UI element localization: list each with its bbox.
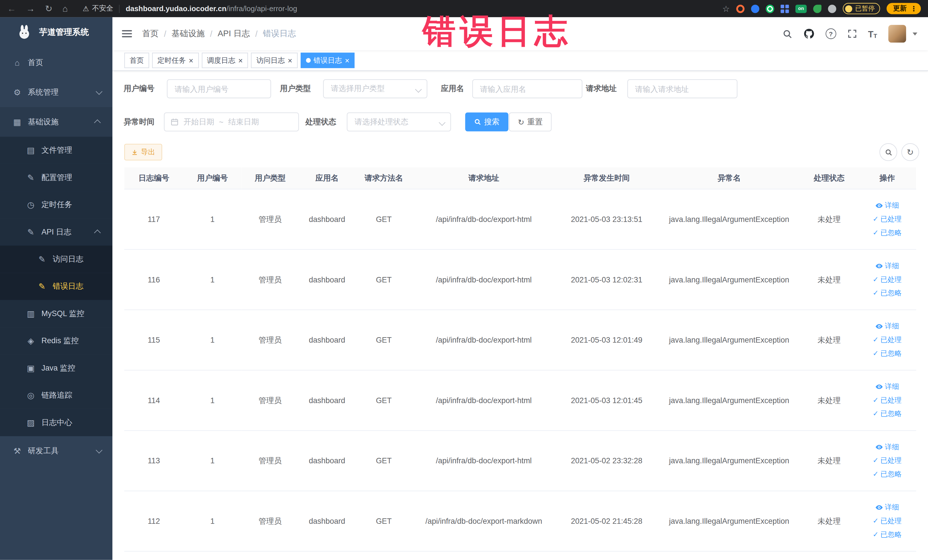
mark-ignored-link[interactable]: ✓已忽略 <box>862 407 913 421</box>
mark-processed-link[interactable]: ✓已处理 <box>862 273 913 287</box>
search-button[interactable]: 搜索 <box>465 112 508 131</box>
request-url-input[interactable] <box>627 79 737 98</box>
refresh-icon: ↻ <box>518 117 524 127</box>
extension-icon-grid[interactable] <box>780 5 789 13</box>
sidebar-item-link-tracing[interactable]: ◎ 链路追踪 <box>0 382 112 409</box>
detail-link[interactable]: 详细 <box>862 380 913 394</box>
sidebar-item-error-logs[interactable]: ✎ 错误日志 <box>0 273 112 300</box>
extension-icon-blue[interactable] <box>751 5 759 13</box>
detail-link[interactable]: 详细 <box>862 259 913 273</box>
mark-processed-link[interactable]: ✓已处理 <box>862 454 913 468</box>
mark-ignored-link[interactable]: ✓已忽略 <box>862 347 913 360</box>
browser-back-icon[interactable]: ← <box>7 0 16 17</box>
sidebar-item-home[interactable]: ⌂ 首页 <box>0 48 112 78</box>
download-icon <box>131 149 138 156</box>
browser-reload-icon[interactable]: ↻ <box>45 0 52 17</box>
sidebar-item-file-management[interactable]: ▤ 文件管理 <box>0 137 112 164</box>
check-icon: ✓ <box>873 514 879 528</box>
user-id-input[interactable] <box>167 79 271 98</box>
browser-home-icon[interactable]: ⌂ <box>63 0 68 17</box>
detail-link[interactable]: 详细 <box>862 199 913 212</box>
sidebar-item-api-logs[interactable]: ✎ API 日志 <box>0 218 112 246</box>
extension-icon-paw[interactable] <box>828 5 836 13</box>
tab-scheduled-tasks[interactable]: 定时任务 × <box>152 53 198 68</box>
check-icon: ✓ <box>873 528 879 542</box>
tab-access-logs[interactable]: 访问日志 × <box>251 53 298 68</box>
toggle-search-button[interactable] <box>879 143 897 161</box>
sidebar-item-log-center[interactable]: ▨ 日志中心 <box>0 409 112 436</box>
refresh-table-button[interactable]: ↻ <box>902 143 919 161</box>
memory-saver-paused-badge[interactable]: 已暂停 <box>843 3 880 14</box>
eye-icon <box>875 202 883 209</box>
bookmark-star-icon[interactable]: ☆ <box>722 4 730 13</box>
browser-forward-icon[interactable]: → <box>26 0 35 17</box>
sidebar-item-system-management[interactable]: ⚙ 系统管理 <box>0 78 112 107</box>
search-icon[interactable] <box>782 29 792 39</box>
breadcrumb-home[interactable]: 首页 <box>142 29 159 39</box>
mark-ignored-link[interactable]: ✓已忽略 <box>862 468 913 481</box>
export-button[interactable]: 导出 <box>124 144 162 160</box>
check-icon: ✓ <box>873 394 879 407</box>
hamburger-menu-icon[interactable] <box>122 30 132 37</box>
sidebar-item-dev-tools[interactable]: ⚒ 研发工具 <box>0 436 112 466</box>
mark-processed-link[interactable]: ✓已处理 <box>862 212 913 226</box>
mark-processed-link[interactable]: ✓已处理 <box>862 333 913 347</box>
emoji-face-icon <box>845 5 852 12</box>
sidebar-item-infrastructure[interactable]: ▦ 基础设施 <box>0 107 112 137</box>
kebab-menu-icon: ⋮ <box>910 5 917 13</box>
mysql-icon: ▥ <box>25 309 36 318</box>
tab-job-logs[interactable]: 调度日志 × <box>202 53 248 68</box>
mark-ignored-link[interactable]: ✓已忽略 <box>862 226 913 240</box>
browser-update-button[interactable]: 更新 ⋮ <box>887 3 921 14</box>
site-security-chip[interactable]: ⚠ 不安全 <box>83 3 126 14</box>
sidebar-item-scheduled-tasks[interactable]: ◷ 定时任务 <box>0 191 112 218</box>
font-size-icon[interactable]: TT <box>868 29 877 39</box>
avatar-caret-icon[interactable] <box>913 32 917 35</box>
tab-error-logs[interactable]: 错误日志 × <box>301 53 355 68</box>
mark-ignored-link[interactable]: ✓已忽略 <box>862 287 913 300</box>
eye-icon <box>875 262 883 270</box>
app-logo-row[interactable]: 芋道管理系统 <box>0 17 112 48</box>
extension-icon-green[interactable] <box>766 5 774 13</box>
help-icon[interactable]: ? <box>825 29 836 39</box>
sidebar-item-access-logs[interactable]: ✎ 访问日志 <box>0 246 112 273</box>
sidebar-item-java-monitor[interactable]: ▣ Java 监控 <box>0 355 112 382</box>
detail-link[interactable]: 详细 <box>862 441 913 454</box>
mark-processed-link[interactable]: ✓已处理 <box>862 514 913 528</box>
mark-ignored-link[interactable]: ✓已忽略 <box>862 528 913 542</box>
mark-processed-link[interactable]: ✓已处理 <box>862 394 913 407</box>
warning-icon: ⚠ <box>83 5 89 13</box>
avatar[interactable] <box>888 25 906 43</box>
table-row: 117 1 管理员 dashboard GET /api/infra/db-do… <box>124 189 916 250</box>
close-icon[interactable]: × <box>238 56 243 64</box>
app-name-input[interactable] <box>472 79 583 98</box>
extension-icon-on-badge[interactable]: on <box>795 5 806 13</box>
chevron-down-icon <box>96 447 102 453</box>
extension-icon-leaf[interactable] <box>814 5 821 13</box>
detail-link[interactable]: 详细 <box>862 319 913 333</box>
check-icon: ✓ <box>873 287 879 300</box>
github-icon[interactable] <box>804 29 814 39</box>
address-bar[interactable]: dashboard.yudao.iocoder.cn/infra/log/api… <box>126 5 297 13</box>
close-icon[interactable]: × <box>288 56 292 64</box>
close-icon[interactable]: × <box>345 56 350 64</box>
user-type-label: 用户类型 <box>280 79 311 98</box>
sidebar-item-config-management[interactable]: ✎ 配置管理 <box>0 164 112 191</box>
extension-icon-orange-ring[interactable] <box>736 5 745 13</box>
url-path: /infra/log/api-error-log <box>226 5 297 13</box>
close-icon[interactable]: × <box>189 56 194 64</box>
file-icon: ▤ <box>25 145 36 155</box>
sidebar-item-redis-monitor[interactable]: ◈ Redis 监控 <box>0 327 112 354</box>
breadcrumb-api-logs[interactable]: API 日志 <box>218 29 250 39</box>
reset-button[interactable]: ↻ 重置 <box>509 112 551 131</box>
breadcrumb-infrastructure[interactable]: 基础设施 <box>171 29 205 39</box>
user-type-select[interactable]: 请选择用户类型 <box>323 79 427 98</box>
fullscreen-icon[interactable] <box>847 29 857 38</box>
sidebar-item-mysql-monitor[interactable]: ▥ MySQL 监控 <box>0 300 112 327</box>
exception-time-range-picker[interactable]: 开始日期 ~ 结束日期 <box>164 112 299 131</box>
tab-home[interactable]: 首页 <box>124 53 149 68</box>
table-row: 112 1 管理员 dashboard GET /api/infra/db-do… <box>124 491 916 551</box>
detail-link[interactable]: 详细 <box>862 500 913 514</box>
process-status-select[interactable]: 请选择处理状态 <box>347 112 451 131</box>
user-id-label: 用户编号 <box>124 79 155 98</box>
